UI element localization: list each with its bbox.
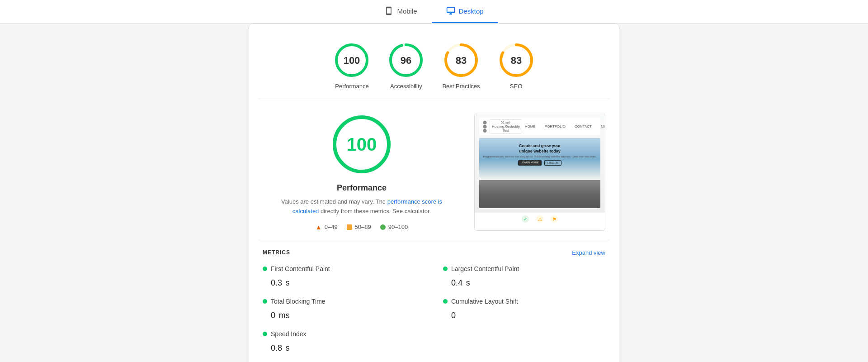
legend-green-label: 90–100 <box>388 224 408 230</box>
legend-orange: 50–89 <box>347 224 371 230</box>
page-wrapper: Mobile Desktop 100 Performance <box>0 0 868 362</box>
main-content: 100 Performance 96 Accessibility <box>0 24 868 362</box>
metric-si-dot <box>263 332 267 336</box>
score-best-practices: 83 Best Practices <box>442 42 480 90</box>
expand-view-link[interactable]: Expand view <box>572 249 605 256</box>
metric-fcp-value: 0.3 s <box>263 274 425 289</box>
preview-nav: HOME PORTFOLIO CONTACT MORE <box>525 124 605 129</box>
score-best-practices-circle: 83 <box>443 42 479 78</box>
tab-mobile[interactable]: Mobile <box>370 0 431 23</box>
metrics-title: METRICS <box>263 249 290 256</box>
legend-green: 90–100 <box>380 224 408 230</box>
metric-lcp-name-row: Largest Contentful Paint <box>443 265 605 272</box>
metric-lcp-value: 0.4 s <box>443 274 605 289</box>
preview-dot-1: ✓ <box>522 215 529 223</box>
metric-lcp-dot <box>443 267 448 271</box>
tab-desktop[interactable]: Desktop <box>432 0 498 23</box>
preview-img: ⬤ ⬤ ⬤ 51net-Hosting.Godaddy Test HOME PO… <box>475 113 605 213</box>
preview-footer-dots: ✓ ⚠ ⚑ <box>475 213 605 225</box>
metric-si: Speed Index 0.8 s <box>263 330 425 354</box>
score-seo-circle: 83 <box>498 42 534 78</box>
metric-cls-value: 0 <box>443 307 605 321</box>
content-card: 100 Performance 96 Accessibility <box>249 24 619 362</box>
desktop-icon <box>446 6 455 15</box>
preview-dot-3: ⚑ <box>551 215 558 223</box>
metric-cls: Cumulative Layout Shift 0 <box>443 298 605 321</box>
preview-btn-hire: HIRE US <box>544 160 561 166</box>
score-seo-label: SEO <box>510 83 522 90</box>
preview-btn-learn: LEARN MORE <box>518 160 542 166</box>
metric-tbt-name: Total Blocking Time <box>271 298 326 305</box>
metric-cls-name-row: Cumulative Layout Shift <box>443 298 605 305</box>
score-accessibility: 96 Accessibility <box>388 42 424 90</box>
metric-cls-name: Cumulative Layout Shift <box>451 298 518 305</box>
score-performance-label: Performance <box>335 83 368 90</box>
metric-fcp-dot <box>263 267 267 271</box>
metric-fcp: First Contentful Paint 0.3 s <box>263 265 425 289</box>
metric-fcp-name: First Contentful Paint <box>271 265 330 272</box>
legend-green-dot <box>380 224 386 230</box>
preview-topbar: ⬤ ⬤ ⬤ 51net-Hosting.Godaddy Test HOME PO… <box>479 118 600 135</box>
svg-text:100: 100 <box>344 55 360 66</box>
metric-tbt-dot <box>263 299 267 304</box>
metric-tbt-value: 0 ms <box>263 307 425 321</box>
legend-orange-label: 50–89 <box>355 224 371 230</box>
score-best-practices-label: Best Practices <box>442 83 480 90</box>
score-performance: 100 Performance <box>334 42 370 90</box>
score-performance-circle: 100 <box>334 42 370 78</box>
metric-lcp: Largest Contentful Paint 0.4 s <box>443 265 605 289</box>
preview-dot-2: ⚠ <box>536 215 543 223</box>
perf-left: 100 Performance Values are estimated and… <box>263 113 461 231</box>
metric-cls-dot <box>443 299 448 304</box>
tab-bar: Mobile Desktop <box>0 0 868 24</box>
website-preview: ⬤ ⬤ ⬤ 51net-Hosting.Godaddy Test HOME PO… <box>474 113 605 231</box>
legend-fail: ▲ 0–49 <box>316 224 338 231</box>
detail-section: 100 Performance Values are estimated and… <box>249 99 619 240</box>
metrics-grid: First Contentful Paint 0.3 s Largest Con… <box>263 265 605 354</box>
preview-sub: Programmatically built but has long tail… <box>483 155 597 158</box>
svg-text:100: 100 <box>347 134 377 154</box>
legend-orange-dot <box>347 224 352 230</box>
metric-si-name: Speed Index <box>271 330 307 338</box>
perf-desc: Values are estimated and may vary. The p… <box>280 197 443 216</box>
metric-tbt-name-row: Total Blocking Time <box>263 298 425 305</box>
mobile-icon <box>384 6 393 15</box>
preview-btns: LEARN MORE HIRE US <box>483 160 597 166</box>
score-accessibility-circle: 96 <box>388 42 424 78</box>
tab-mobile-label: Mobile <box>397 7 417 15</box>
legend-row: ▲ 0–49 50–89 90–100 <box>316 224 408 231</box>
metric-lcp-name: Largest Contentful Paint <box>451 265 519 272</box>
metric-si-name-row: Speed Index <box>263 330 425 338</box>
metric-si-value: 0.8 s <box>263 339 425 354</box>
preview-url: 51net-Hosting.Godaddy Test <box>490 119 522 133</box>
scores-row: 100 Performance 96 Accessibility <box>249 24 619 99</box>
perf-title: Performance <box>337 183 387 193</box>
preview-text-overlay: Create and grow your unique website toda… <box>483 143 597 166</box>
big-score-circle: 100 <box>330 113 393 176</box>
metric-fcp-name-row: First Contentful Paint <box>263 265 425 272</box>
svg-text:83: 83 <box>456 55 467 66</box>
metrics-header: METRICS Expand view <box>263 249 605 256</box>
legend-fail-icon: ▲ <box>316 224 322 231</box>
score-accessibility-label: Accessibility <box>390 83 422 90</box>
preview-hero: Create and grow your unique website toda… <box>479 138 600 208</box>
svg-text:96: 96 <box>401 55 411 66</box>
score-seo: 83 SEO <box>498 42 534 90</box>
tab-desktop-label: Desktop <box>459 7 484 15</box>
preview-headline: Create and grow your unique website toda… <box>483 143 597 154</box>
metric-tbt: Total Blocking Time 0 ms <box>263 298 425 321</box>
legend-fail-label: 0–49 <box>325 224 338 230</box>
svg-text:83: 83 <box>510 55 521 66</box>
preview-mountain: Create and grow your unique website toda… <box>479 138 600 208</box>
metrics-section: METRICS Expand view First Contentful Pai… <box>249 240 619 362</box>
